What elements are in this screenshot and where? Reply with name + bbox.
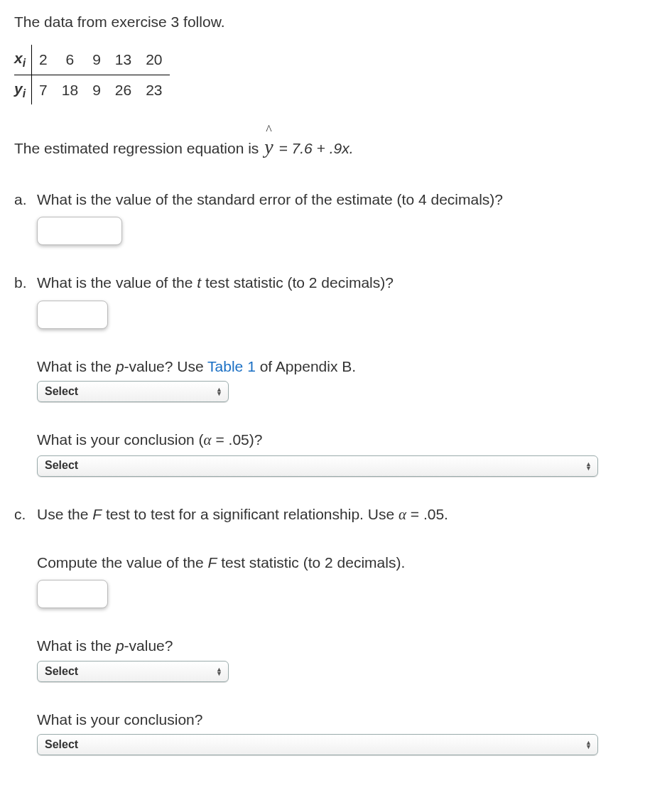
question-b-conclusion-text: What is your conclusion (α = .05)? xyxy=(37,429,658,450)
table-row: xi 2 6 9 13 20 xyxy=(14,45,170,75)
table-cell: 9 xyxy=(85,45,108,75)
question-b-text: What is the value of the t test statisti… xyxy=(37,272,658,293)
select-label: Select xyxy=(45,458,78,473)
question-c-compute-text: Compute the value of the F test statisti… xyxy=(37,552,658,573)
question-marker-a: a. xyxy=(14,189,37,210)
row-label-y: yi xyxy=(14,75,32,104)
stepper-icon: ▲▼ xyxy=(585,740,592,749)
select-label: Select xyxy=(45,737,78,752)
y-hat-symbol: y xyxy=(263,133,274,161)
table-cell: 23 xyxy=(139,75,169,104)
table-cell: 13 xyxy=(108,45,139,75)
question-b-pvalue-text: What is the p-value? Use Table 1 of Appe… xyxy=(37,356,658,377)
table-cell: 2 xyxy=(32,45,55,75)
row-label-x: xi xyxy=(14,45,32,75)
question-marker-b: b. xyxy=(14,272,37,293)
pvalue-c-select[interactable]: Select ▲▼ xyxy=(37,661,229,682)
table-cell: 9 xyxy=(85,75,108,104)
question-c-pvalue-text: What is the p-value? xyxy=(37,635,658,656)
data-table: xi 2 6 9 13 20 yi 7 18 9 26 23 xyxy=(14,45,170,104)
select-label: Select xyxy=(45,664,78,679)
select-label: Select xyxy=(45,384,78,399)
table-row: yi 7 18 9 26 23 xyxy=(14,75,170,104)
conclusion-b-select[interactable]: Select ▲▼ xyxy=(37,455,598,477)
table-cell: 26 xyxy=(108,75,139,104)
table-cell: 20 xyxy=(139,45,169,75)
table-cell: 18 xyxy=(55,75,85,104)
stepper-icon: ▲▼ xyxy=(585,462,592,470)
table-cell: 6 xyxy=(55,45,85,75)
answer-c-input[interactable] xyxy=(37,580,108,608)
question-c-text: Use the F test to test for a significant… xyxy=(37,504,658,525)
stepper-icon: ▲▼ xyxy=(216,667,222,676)
question-marker-c: c. xyxy=(14,504,37,525)
pvalue-b-select[interactable]: Select ▲▼ xyxy=(37,381,229,402)
stepper-icon: ▲▼ xyxy=(216,387,222,396)
question-a-text: What is the value of the standard error … xyxy=(37,189,658,210)
conclusion-c-select[interactable]: Select ▲▼ xyxy=(37,734,598,755)
intro-text: The data from exercise 3 follow. xyxy=(14,11,658,32)
answer-b-input[interactable] xyxy=(37,301,108,329)
regression-equation: The estimated regression equation is y =… xyxy=(14,133,658,161)
table-cell: 7 xyxy=(32,75,55,104)
question-c-conclusion-text: What is your conclusion? xyxy=(37,709,658,730)
table-1-link[interactable]: Table 1 xyxy=(207,358,256,374)
answer-a-input[interactable] xyxy=(37,217,122,245)
